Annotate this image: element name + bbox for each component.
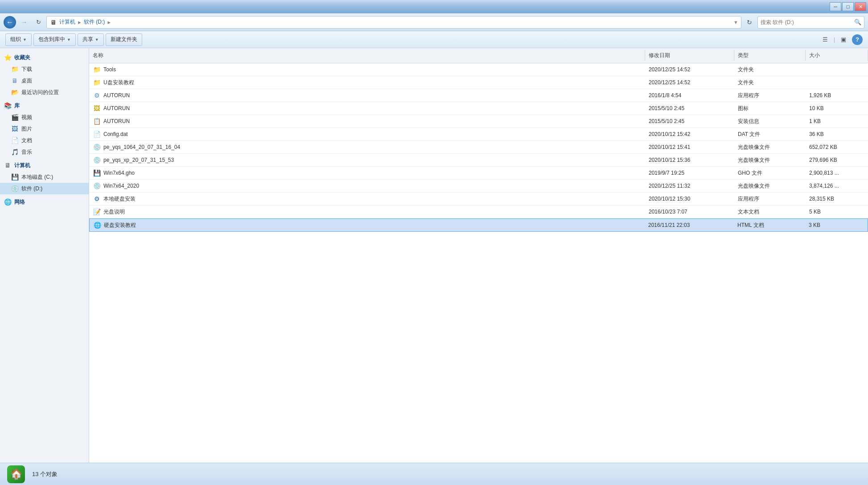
file-size: 3,874,126 ...	[809, 183, 839, 189]
file-modified: 2020/10/12 15:36	[649, 157, 690, 163]
sidebar-recent-label: 最近访问的位置	[21, 89, 59, 96]
file-type-icon: 🖼	[93, 104, 101, 112]
forward-button[interactable]: →	[18, 16, 30, 29]
sidebar-item-download[interactable]: 📁 下载	[0, 63, 89, 75]
view-change-button[interactable]: ☰	[819, 34, 831, 45]
sidebar-item-video[interactable]: 🎬 视频	[0, 111, 89, 123]
column-header-modified[interactable]: 修改日期	[645, 50, 734, 61]
table-row[interactable]: 📁 Tools 2020/12/25 14:52 文件夹	[89, 63, 868, 76]
file-name-cell: 📁 U盘安装教程	[89, 76, 645, 89]
file-name: pe_yqs_1064_20_07_31_16_04	[103, 144, 180, 150]
share-label: 共享	[82, 36, 93, 43]
table-row[interactable]: ⚙ AUTORUN 2016/1/8 4:54 应用程序 1,926 KB	[89, 89, 868, 102]
table-row[interactable]: 🖼 AUTORUN 2015/5/10 2:45 图标 10 KB	[89, 102, 868, 115]
file-modified: 2020/12/25 14:52	[649, 66, 690, 73]
table-row[interactable]: 🌐 硬盘安装教程 2016/11/21 22:03 HTML 文档 3 KB	[89, 218, 868, 232]
file-size: 1 KB	[809, 118, 821, 124]
desktop-icon: 🖥	[11, 77, 19, 85]
sidebar-section-library: 📚 库 🎬 视频 🖼 图片 📄 文档 🎵 音乐	[0, 100, 89, 158]
refresh-button-right[interactable]: ↻	[743, 16, 756, 29]
minimize-button[interactable]: ─	[830, 2, 841, 11]
column-header-type[interactable]: 类型	[734, 50, 806, 61]
file-modified-cell: 2016/1/8 4:54	[645, 89, 734, 102]
breadcrumb-computer[interactable]: 计算机	[59, 18, 75, 26]
sidebar-header-library[interactable]: 📚 库	[0, 100, 89, 111]
file-list-container[interactable]: 名称 修改日期 类型 大小 📁 Tools 2020/12/25 14:52 文…	[89, 48, 868, 463]
view-separator: |	[834, 37, 835, 43]
file-name: 光盘说明	[103, 208, 125, 216]
share-button[interactable]: 共享 ▼	[78, 33, 104, 46]
table-row[interactable]: 📄 Config.dat 2020/10/12 15:42 DAT 文件 36 …	[89, 128, 868, 141]
table-row[interactable]: 💿 pe_yqs_xp_20_07_31_15_53 2020/10/12 15…	[89, 154, 868, 167]
share-arrow: ▼	[95, 37, 99, 42]
sidebar-item-music[interactable]: 🎵 音乐	[0, 146, 89, 158]
file-size-cell: 3,874,126 ...	[806, 180, 868, 192]
main-layout: ⭐ 收藏夹 📁 下载 🖥 桌面 📂 最近访问的位置 📚 库	[0, 48, 868, 463]
include-library-button[interactable]: 包含到库中 ▼	[33, 33, 76, 46]
table-row[interactable]: ⚙ 本地硬盘安装 2020/10/12 15:30 应用程序 28,315 KB	[89, 193, 868, 206]
sidebar-item-doc[interactable]: 📄 文档	[0, 135, 89, 146]
table-row[interactable]: 📋 AUTORUN 2015/5/10 2:45 安装信息 1 KB	[89, 115, 868, 128]
file-type-cell: HTML 文档	[734, 219, 805, 231]
breadcrumb-disk-d[interactable]: 软件 (D:)	[84, 18, 105, 26]
sidebar-item-recent[interactable]: 📂 最近访问的位置	[0, 86, 89, 98]
file-size-cell: 1,926 KB	[806, 89, 868, 102]
computer-sidebar-icon: 🖥	[4, 161, 12, 169]
file-type-icon: 📁	[93, 66, 101, 74]
status-bar: 🏠 13 个对象	[0, 463, 868, 485]
file-type-cell: 文件夹	[734, 63, 806, 76]
refresh-button-nav[interactable]: ↻	[32, 16, 45, 29]
file-size: 5 KB	[809, 209, 821, 215]
address-bar[interactable]: 🖥 计算机 ► 软件 (D:) ► ▼	[46, 16, 741, 29]
file-modified-cell: 2020/10/12 15:36	[645, 154, 734, 166]
include-library-arrow: ▼	[67, 37, 71, 42]
sidebar-item-image[interactable]: 🖼 图片	[0, 123, 89, 135]
file-list-header: 名称 修改日期 类型 大小	[89, 48, 868, 63]
column-header-name[interactable]: 名称	[89, 50, 645, 61]
file-modified: 2016/11/21 22:03	[648, 222, 690, 228]
sidebar-favorites-label: 收藏夹	[14, 54, 30, 62]
organize-button[interactable]: 组织 ▼	[5, 33, 32, 46]
preview-pane-button[interactable]: ▣	[838, 34, 849, 45]
file-name: AUTORUN	[103, 92, 130, 99]
file-rows: 📁 Tools 2020/12/25 14:52 文件夹 📁 U盘安装教程 20…	[89, 63, 868, 232]
sidebar-download-label: 下载	[21, 66, 32, 73]
file-modified-cell: 2020/12/25 14:52	[645, 63, 734, 76]
search-bar[interactable]: 🔍	[757, 16, 864, 29]
sidebar-header-computer[interactable]: 🖥 计算机	[0, 160, 89, 171]
file-size-cell: 652,072 KB	[806, 141, 868, 153]
sidebar-item-disk-d[interactable]: 💿 软件 (D:)	[0, 183, 89, 194]
sidebar-item-disk-c[interactable]: 💾 本地磁盘 (C:)	[0, 171, 89, 183]
help-button[interactable]: ?	[852, 34, 863, 45]
sidebar-disk-d-label: 软件 (D:)	[21, 185, 42, 193]
new-folder-button[interactable]: 新建文件夹	[106, 33, 142, 46]
table-row[interactable]: 💿 Win7x64_2020 2020/12/25 11:32 光盘映像文件 3…	[89, 180, 868, 193]
file-type: 应用程序	[738, 195, 759, 203]
sidebar-item-desktop[interactable]: 🖥 桌面	[0, 75, 89, 86]
file-type: GHO 文件	[738, 169, 762, 177]
address-dropdown-arrow[interactable]: ▼	[733, 20, 738, 25]
table-row[interactable]: 💾 Win7x64.gho 2019/9/7 19:25 GHO 文件 2,90…	[89, 167, 868, 180]
disk-c-icon: 💾	[11, 173, 19, 181]
column-header-size[interactable]: 大小	[806, 50, 868, 61]
file-modified: 2015/5/10 2:45	[649, 105, 684, 111]
sidebar-desktop-label: 桌面	[21, 77, 32, 85]
file-modified-cell: 2020/10/12 15:42	[645, 128, 734, 140]
back-button[interactable]: ←	[4, 16, 16, 29]
sidebar-header-favorites[interactable]: ⭐ 收藏夹	[0, 52, 89, 63]
file-modified: 2020/10/12 15:42	[649, 131, 690, 137]
file-type: 图标	[738, 105, 749, 112]
close-button[interactable]: ✕	[855, 2, 866, 11]
table-row[interactable]: 📁 U盘安装教程 2020/12/25 14:52 文件夹	[89, 76, 868, 89]
window-controls: ─ □ ✕	[830, 2, 866, 11]
sidebar-section-computer: 🖥 计算机 💾 本地磁盘 (C:) 💿 软件 (D:)	[0, 160, 89, 194]
file-modified-cell: 2020/10/12 15:41	[645, 141, 734, 153]
maximize-button[interactable]: □	[842, 2, 854, 11]
sidebar-header-network[interactable]: 🌐 网络	[0, 196, 89, 208]
search-input[interactable]	[761, 19, 852, 25]
table-row[interactable]: 📝 光盘说明 2016/10/23 7:07 文本文档 5 KB	[89, 206, 868, 218]
file-modified-cell: 2020/12/25 11:32	[645, 180, 734, 192]
table-row[interactable]: 💿 pe_yqs_1064_20_07_31_16_04 2020/10/12 …	[89, 141, 868, 154]
file-modified-cell: 2019/9/7 19:25	[645, 167, 734, 179]
folder-icon-download: 📁	[11, 65, 19, 73]
